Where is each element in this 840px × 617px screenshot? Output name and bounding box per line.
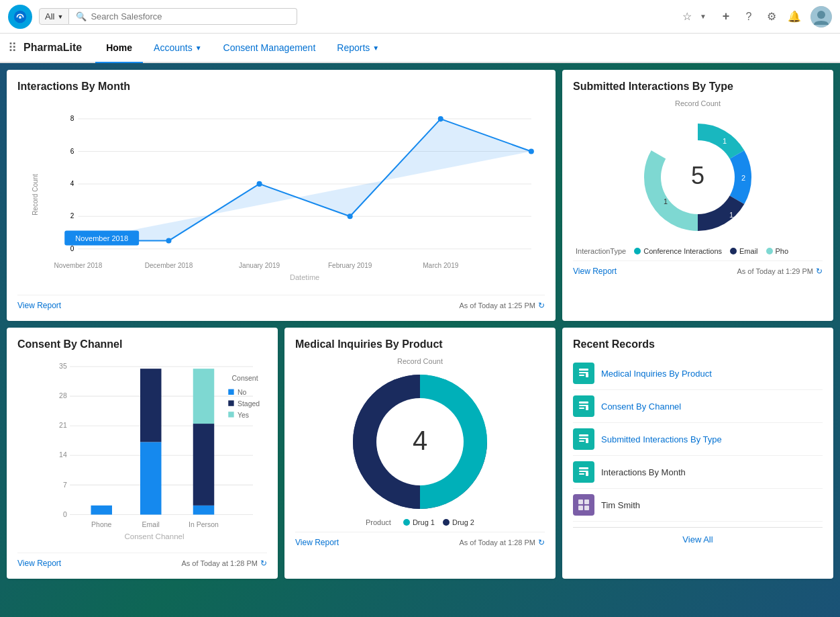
y-axis-label: Record Count xyxy=(32,174,39,216)
submitted-type-view-report[interactable]: View Report xyxy=(573,267,617,276)
svg-text:0: 0 xyxy=(63,510,67,518)
record-label-interactions: Interactions By Month xyxy=(601,467,686,477)
settings-icon[interactable]: ⚙ xyxy=(765,10,778,23)
svg-point-17 xyxy=(257,181,262,187)
submitted-type-title: Submitted Interactions By Type xyxy=(573,81,823,93)
record-icon-teal xyxy=(573,395,594,417)
svg-rect-78 xyxy=(586,439,588,443)
nav-item-reports[interactable]: Reports ▼ xyxy=(326,34,390,63)
consent-by-channel-card: Consent By Channel 35 28 21 14 7 0 xyxy=(7,328,278,579)
svg-text:0: 0 xyxy=(70,245,74,252)
svg-text:Email: Email xyxy=(142,520,160,528)
medical-inquiries-view-report[interactable]: View Report xyxy=(295,538,339,547)
svg-rect-83 xyxy=(578,500,583,504)
svg-text:Datetime: Datetime xyxy=(290,273,319,281)
medical-inquiries-donut-chart: 4 xyxy=(346,368,494,516)
record-link-submitted[interactable]: Submitted Interactions By Type xyxy=(601,434,722,444)
svg-rect-74 xyxy=(586,406,588,410)
svg-text:1: 1 xyxy=(664,197,668,205)
chevron-down-icon: ▼ xyxy=(372,44,379,52)
favorites-icon[interactable]: ☆ xyxy=(680,10,694,23)
submitted-interactions-by-type-card: Submitted Interactions By Type Record Co… xyxy=(562,70,833,321)
search-icon: 🔍 xyxy=(76,11,87,21)
refresh-icon[interactable]: ↻ xyxy=(816,267,823,276)
svg-rect-50 xyxy=(193,506,215,515)
svg-text:No: No xyxy=(238,388,247,396)
svg-rect-47 xyxy=(91,506,113,515)
all-label: All xyxy=(45,11,54,21)
svg-text:28: 28 xyxy=(59,391,67,399)
svg-text:21: 21 xyxy=(59,421,67,429)
consent-channel-chart: 35 28 21 14 7 0 Pho xyxy=(42,357,267,545)
search-input[interactable] xyxy=(91,11,290,21)
favorites-dropdown-icon[interactable]: ▼ xyxy=(696,10,710,23)
nav-item-consent-management[interactable]: Consent Management xyxy=(213,34,327,63)
consent-channel-view-report[interactable]: View Report xyxy=(17,559,61,568)
view-all-button[interactable]: View All xyxy=(573,527,823,551)
recent-records-title: Recent Records xyxy=(573,338,823,350)
record-link-medical[interactable]: Medical Inquiries By Product xyxy=(601,369,712,379)
svg-rect-52 xyxy=(193,369,215,424)
svg-rect-51 xyxy=(193,424,215,506)
svg-text:6: 6 xyxy=(70,148,74,155)
consent-channel-footer: View Report As of Today at 1:28 PM ↻ xyxy=(17,553,267,568)
medical-inquiries-legend: Product Drug 1 Drug 2 xyxy=(295,518,545,526)
avatar[interactable] xyxy=(810,6,832,28)
svg-text:November 2018: November 2018 xyxy=(54,262,103,269)
svg-rect-75 xyxy=(579,434,588,436)
interactions-month-view-report[interactable]: View Report xyxy=(17,301,61,310)
svg-rect-72 xyxy=(579,405,588,406)
medical-inquiries-record-count-label: Record Count xyxy=(295,357,545,365)
add-icon[interactable]: + xyxy=(719,10,733,23)
svg-rect-70 xyxy=(586,373,588,377)
svg-text:December 2018: December 2018 xyxy=(145,262,193,269)
refresh-icon[interactable]: ↻ xyxy=(260,559,267,568)
list-item: Consent By Channel xyxy=(573,390,823,423)
svg-text:February 2019: February 2019 xyxy=(328,262,372,269)
svg-rect-61 xyxy=(228,412,233,417)
svg-text:2: 2 xyxy=(70,212,74,220)
interactions-by-month-card: Interactions By Month Record Count 8 6 4… xyxy=(7,70,556,321)
medical-inquiries-title: Medical Inquiries By Product xyxy=(295,338,545,350)
svg-rect-69 xyxy=(579,375,584,376)
svg-text:4: 4 xyxy=(70,180,74,187)
svg-text:35: 35 xyxy=(59,362,67,370)
top-navigation: All ▼ 🔍 ☆ ▼ + ? ⚙ 🔔 xyxy=(0,0,840,34)
interactions-month-title: Interactions By Month xyxy=(17,81,545,93)
svg-rect-77 xyxy=(579,440,584,442)
svg-text:5: 5 xyxy=(691,162,704,189)
dashboard-grid: Interactions By Month Record Count 8 6 4… xyxy=(7,70,833,579)
list-item: Submitted Interactions By Type xyxy=(573,423,823,456)
svg-rect-86 xyxy=(584,506,589,510)
app-navigation: ⠿ PharmaLite Home Accounts ▼ Consent Man… xyxy=(0,34,840,63)
svg-rect-49 xyxy=(140,369,162,442)
svg-text:January 2019: January 2019 xyxy=(239,262,280,269)
search-scope-selector[interactable]: All ▼ xyxy=(39,8,69,25)
chevron-down-icon: ▼ xyxy=(195,44,202,52)
submitted-type-legend: InteractionType Conference Interactions … xyxy=(573,247,823,255)
refresh-icon[interactable]: ↻ xyxy=(538,538,545,547)
svg-rect-82 xyxy=(586,472,588,476)
svg-rect-57 xyxy=(228,389,233,395)
svg-point-20 xyxy=(529,148,534,154)
record-label-tim-smith: Tim Smith xyxy=(601,500,640,510)
submitted-donut-chart: 5 1 2 1 1 xyxy=(631,110,765,244)
consent-channel-as-of: As of Today at 1:28 PM ↻ xyxy=(181,559,267,568)
help-icon[interactable]: ? xyxy=(742,10,755,23)
nav-item-accounts[interactable]: Accounts ▼ xyxy=(143,34,213,63)
notification-icon[interactable]: 🔔 xyxy=(788,10,801,23)
grid-icon[interactable]: ⠿ xyxy=(8,40,17,55)
medical-inquiries-by-product-card: Medical Inquiries By Product Record Coun… xyxy=(284,328,556,579)
svg-text:4: 4 xyxy=(413,426,427,455)
list-item: Tim Smith xyxy=(573,489,823,522)
main-content: Interactions By Month Record Count 8 6 4… xyxy=(0,63,840,617)
global-search-bar[interactable]: 🔍 xyxy=(69,8,297,25)
record-icon-teal xyxy=(573,363,594,384)
record-link-consent[interactable]: Consent By Channel xyxy=(601,401,681,412)
svg-text:November 2018: November 2018 xyxy=(75,234,128,242)
svg-rect-71 xyxy=(579,401,588,404)
refresh-icon[interactable]: ↻ xyxy=(538,301,545,310)
nav-item-home[interactable]: Home xyxy=(95,34,143,63)
svg-text:Yes: Yes xyxy=(238,411,249,419)
interactions-month-footer: View Report As of Today at 1:25 PM ↻ xyxy=(17,295,545,310)
